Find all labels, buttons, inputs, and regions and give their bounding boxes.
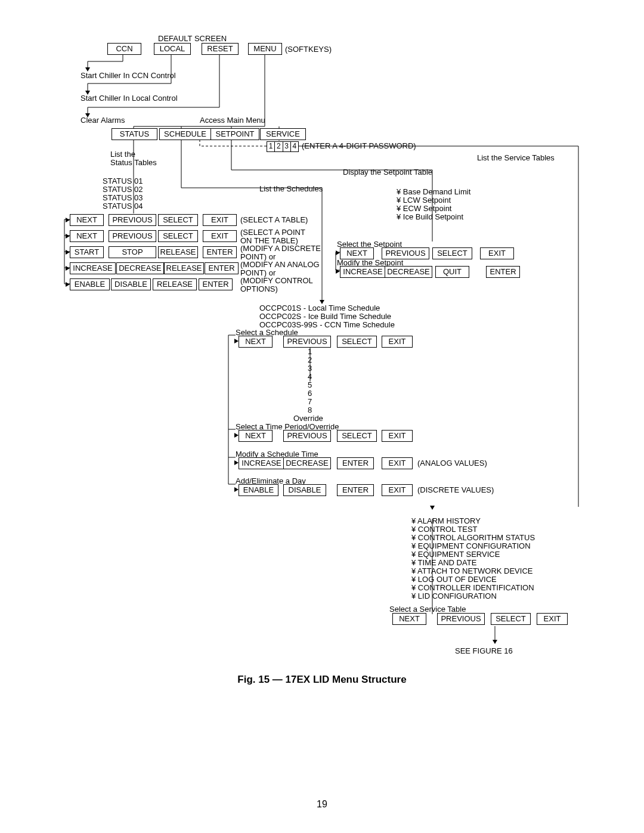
status-r3-c2[interactable]: RELEASE [164, 262, 204, 274]
status-r3-note: (MODIFY AN ANALOG POINT) or [240, 261, 324, 278]
status-r2-note: (MODIFY A DISCRETE POINT) or [240, 244, 324, 262]
status-r1-c1[interactable]: PREVIOUS [109, 230, 156, 242]
sch-r4-c3[interactable]: EXIT [382, 484, 413, 496]
svc-r-c2[interactable]: SELECT [491, 613, 531, 625]
arrow-icon [66, 234, 70, 239]
btn-setpoint[interactable]: SETPOINT [210, 128, 259, 140]
label-default-screen: DEFAULT SCREEN [158, 35, 227, 43]
svc-r-c0[interactable]: NEXT [392, 613, 426, 625]
sch-r1-c2[interactable]: SELECT [337, 336, 377, 348]
figure-caption: Fig. 15 — 17EX LID Menu Structure [0, 674, 644, 686]
sch-r3-c2[interactable]: ENTER [337, 457, 374, 469]
page: DEFAULT SCREEN (SOFTKEYS) CCN LOCAL RESE… [0, 0, 644, 833]
svc-item-9: ¥ LID CONFIGURATION [411, 592, 497, 600]
sp-r1-c2[interactable]: SELECT [432, 247, 472, 259]
sch-r4-note: (DISCRETE VALUES) [417, 486, 494, 494]
status-item-3: STATUS 04 [103, 202, 143, 210]
sp-r2-c1[interactable]: DECREASE [385, 266, 432, 278]
arrow-icon [336, 250, 340, 255]
status-r3-c0[interactable]: INCREASE [70, 262, 116, 274]
btn-status[interactable]: STATUS [112, 128, 157, 140]
label-display-setpoint: Display the Setpoint Table [343, 168, 432, 176]
sch-r4-c2[interactable]: ENTER [337, 484, 374, 496]
pw-d3: 3 [283, 142, 291, 151]
arrow-icon [66, 218, 70, 222]
status-r1-note: (SELECT A POINT ON THE TABLE) [240, 228, 318, 246]
sp-r2-c2[interactable]: QUIT [435, 266, 469, 278]
sch-r2-c1[interactable]: PREVIOUS [283, 430, 331, 442]
sch-r2-c0[interactable]: NEXT [239, 430, 273, 442]
pw-d4: 4 [291, 142, 298, 151]
sch-r4-c1[interactable]: DISABLE [283, 484, 326, 496]
sp-r1-c3[interactable]: EXIT [480, 247, 514, 259]
label-start-local: Start Chiller In Local Control [80, 94, 178, 103]
status-r1-c2[interactable]: SELECT [158, 230, 198, 242]
label-list-status: List the Status Tables [110, 150, 157, 168]
arrow-icon [234, 433, 239, 438]
label-start-ccn: Start Chiller In CCN Control [80, 72, 176, 80]
arrow-icon [234, 339, 239, 343]
label-access-main: Access Main Menu [200, 116, 265, 125]
status-r0-c3[interactable]: EXIT [203, 214, 237, 226]
status-r4-c3[interactable]: ENTER [199, 278, 233, 290]
status-r1-c0[interactable]: NEXT [70, 230, 104, 242]
status-r1-c3[interactable]: EXIT [203, 230, 237, 242]
status-r4-c0[interactable]: ENABLE [70, 278, 110, 290]
label-list-service: List the Service Tables [477, 154, 555, 162]
status-r3-c1[interactable]: DECREASE [116, 262, 164, 274]
btn-schedule[interactable]: SCHEDULE [159, 128, 211, 140]
status-r0-c2[interactable]: SELECT [158, 214, 198, 226]
setpoint-item-3: ¥ Ice Build Setpoint [397, 213, 463, 221]
arrow-icon [493, 640, 497, 644]
sch-r2-c2[interactable]: SELECT [337, 430, 377, 442]
sch-r3-c1[interactable]: DECREASE [283, 457, 331, 469]
label-clear-alarms: Clear Alarms [80, 116, 125, 125]
btn-menu[interactable]: MENU [248, 43, 282, 55]
label-list-schedules: List the Schedules [259, 185, 323, 193]
sch-r4-c0[interactable]: ENABLE [239, 484, 278, 496]
btn-reset[interactable]: RESET [202, 43, 239, 55]
status-r2-c0[interactable]: START [70, 246, 104, 258]
label-password-hint: (ENTER A 4-DIGIT PASSWORD) [302, 142, 416, 150]
sch-r1-c0[interactable]: NEXT [239, 336, 273, 348]
status-r4-c2[interactable]: RELEASE [153, 278, 197, 290]
sp-r2-c0[interactable]: INCREASE [340, 266, 386, 278]
btn-local[interactable]: LOCAL [154, 43, 191, 55]
arrow-icon [66, 282, 70, 287]
sch-r3-note: (ANALOG VALUES) [417, 459, 487, 467]
label-see-figure: SEE FIGURE 16 [455, 647, 513, 655]
svc-r-c1[interactable]: PREVIOUS [437, 613, 485, 625]
arrow-icon [66, 266, 70, 271]
status-r3-c3[interactable]: ENTER [205, 262, 239, 274]
sch-r1-c3[interactable]: EXIT [382, 336, 413, 348]
status-r2-c1[interactable]: STOP [109, 246, 156, 258]
pw-d2: 2 [275, 142, 283, 151]
label-softkeys: (SOFTKEYS) [285, 45, 332, 54]
btn-service[interactable]: SERVICE [260, 128, 306, 140]
arrow-icon [430, 506, 435, 510]
sch-r3-c3[interactable]: EXIT [382, 457, 413, 469]
status-r0-c0[interactable]: NEXT [70, 214, 104, 226]
svc-r-c3[interactable]: EXIT [537, 613, 568, 625]
pw-d1: 1 [267, 142, 275, 151]
arrow-icon [336, 269, 340, 274]
status-r0-c1[interactable]: PREVIOUS [109, 214, 156, 226]
sch-r2-c3[interactable]: EXIT [382, 430, 413, 442]
arrow-icon [234, 487, 239, 492]
status-r2-c2[interactable]: RELEASE [158, 246, 198, 258]
status-r4-c1[interactable]: DISABLE [111, 278, 151, 290]
sch-r1-c1[interactable]: PREVIOUS [283, 336, 331, 348]
arrow-icon [234, 460, 239, 465]
status-r0-note: (SELECT A TABLE) [240, 216, 308, 224]
sp-r2-c3[interactable]: ENTER [486, 266, 520, 278]
page-number: 19 [0, 799, 644, 810]
sch-r3-c0[interactable]: INCREASE [239, 457, 284, 469]
status-r2-c3[interactable]: ENTER [203, 246, 237, 258]
password-digits[interactable]: 1 2 3 4 [267, 141, 299, 152]
status-r4-note: (MODIFY CONTROL OPTIONS) [240, 277, 324, 294]
btn-ccn[interactable]: CCN [107, 43, 141, 55]
arrow-icon [66, 250, 70, 255]
